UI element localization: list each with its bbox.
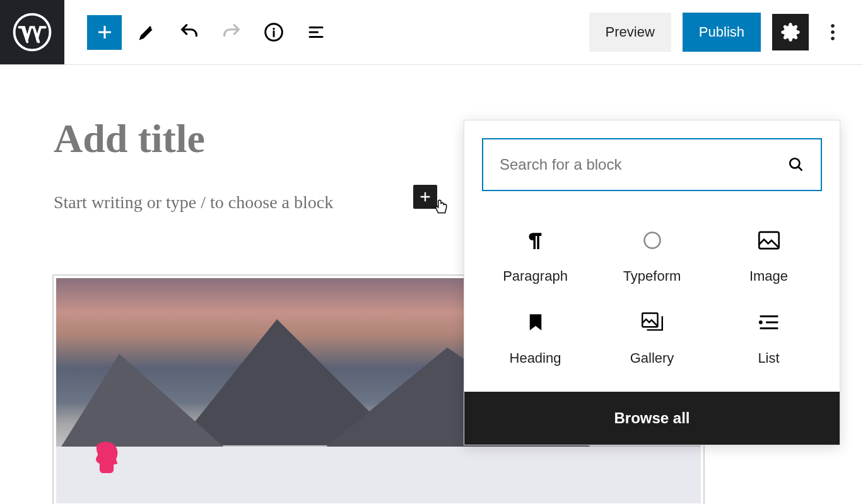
edit-button[interactable] — [129, 15, 164, 50]
image-icon — [758, 228, 780, 253]
blocks-grid: Paragraph Typeform Image Heading Gallery… — [464, 209, 840, 392]
dots-vertical-icon — [830, 23, 835, 42]
svg-point-10 — [758, 320, 762, 324]
add-block-toolbar-button[interactable] — [87, 15, 122, 50]
block-label: List — [758, 350, 779, 366]
block-item-list[interactable]: List — [710, 310, 827, 366]
gear-icon — [780, 22, 801, 42]
search-box — [482, 138, 822, 191]
gallery-icon — [642, 310, 663, 335]
block-label: Image — [749, 268, 788, 284]
block-label: Heading — [510, 350, 561, 366]
paragraph-icon — [527, 228, 544, 253]
redo-button[interactable] — [214, 15, 249, 50]
circle-icon — [643, 228, 662, 253]
block-inserter-panel: Paragraph Typeform Image Heading Gallery… — [464, 120, 840, 445]
outline-button[interactable] — [298, 15, 333, 50]
search-icon — [788, 156, 804, 173]
block-label: Typeform — [623, 268, 681, 284]
svg-point-5 — [831, 37, 835, 40]
svg-point-2 — [273, 28, 274, 30]
top-toolbar: Preview Publish — [0, 0, 863, 65]
block-item-typeform[interactable]: Typeform — [594, 228, 710, 284]
preview-button[interactable]: Preview — [589, 13, 671, 52]
plus-icon — [95, 23, 114, 42]
block-item-heading[interactable]: Heading — [477, 310, 594, 366]
block-item-paragraph[interactable]: Paragraph — [477, 228, 594, 284]
profile-head-icon — [91, 440, 122, 479]
pencil-icon — [138, 23, 156, 42]
svg-point-7 — [644, 233, 660, 249]
search-container — [464, 120, 840, 209]
info-icon — [264, 22, 284, 42]
bookmark-icon — [528, 310, 543, 335]
svg-point-3 — [831, 24, 835, 28]
undo-icon — [179, 21, 200, 43]
block-label: Gallery — [630, 350, 674, 366]
toolbar-left-group — [64, 15, 333, 50]
outline-icon — [307, 23, 326, 42]
undo-button[interactable] — [172, 15, 206, 50]
search-input[interactable] — [500, 156, 788, 173]
redo-icon — [221, 21, 242, 43]
block-item-image[interactable]: Image — [710, 228, 827, 284]
toolbar-right-group: Preview Publish — [589, 13, 863, 52]
list-icon — [758, 310, 780, 335]
svg-point-4 — [831, 30, 835, 34]
clouds-shape — [56, 447, 701, 503]
settings-button[interactable] — [772, 14, 809, 50]
info-button[interactable] — [256, 15, 291, 50]
more-options-button[interactable] — [820, 14, 845, 50]
block-label: Paragraph — [503, 268, 568, 284]
svg-point-0 — [15, 15, 50, 50]
wordpress-logo[interactable] — [0, 0, 64, 64]
cursor-hand-icon — [433, 199, 449, 217]
mountain-shape — [56, 354, 233, 455]
plus-icon — [418, 190, 432, 204]
publish-button[interactable]: Publish — [683, 13, 761, 52]
block-item-gallery[interactable]: Gallery — [594, 310, 710, 366]
browse-all-button[interactable]: Browse all — [464, 392, 840, 445]
